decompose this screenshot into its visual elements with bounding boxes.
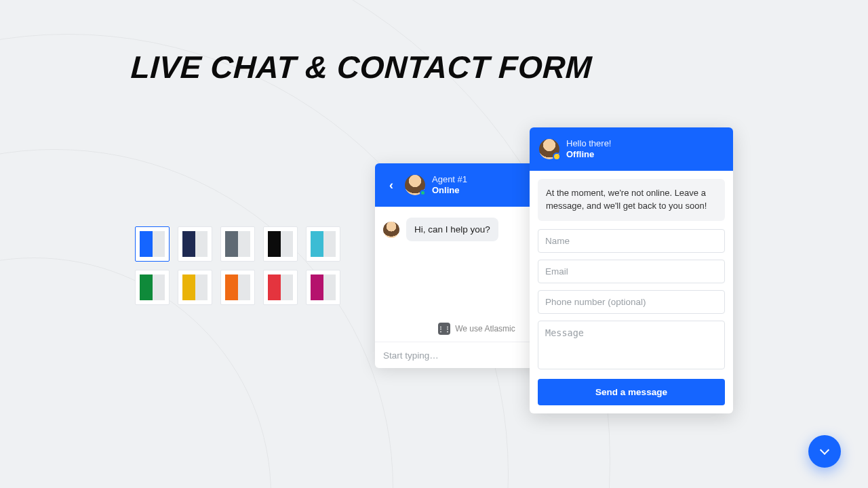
page-title: LIVE CHAT & CONTACT FORM bbox=[130, 49, 593, 85]
agent-avatar bbox=[405, 175, 425, 195]
contact-greeting: Hello there! bbox=[566, 138, 611, 149]
agent-status: Online bbox=[432, 185, 467, 196]
color-swatch[interactable] bbox=[178, 270, 212, 305]
presence-online-icon bbox=[420, 190, 426, 196]
phone-field[interactable] bbox=[538, 290, 725, 314]
email-field[interactable] bbox=[538, 260, 725, 283]
send-button[interactable]: Send a message bbox=[538, 379, 725, 405]
color-swatch[interactable] bbox=[263, 270, 298, 305]
color-swatch[interactable] bbox=[306, 270, 340, 305]
color-swatch[interactable] bbox=[178, 226, 212, 262]
color-swatch[interactable] bbox=[306, 226, 340, 262]
contact-header: ⚡ Hello there! Offline bbox=[530, 127, 733, 171]
presence-away-icon: ⚡ bbox=[553, 152, 561, 161]
contact-body: At the moment, we're not online. Leave a… bbox=[530, 171, 733, 413]
color-swatch[interactable] bbox=[263, 226, 298, 262]
name-field[interactable] bbox=[538, 229, 725, 253]
atlasmic-logo-icon: ⋮⋮ bbox=[438, 323, 450, 335]
back-icon[interactable]: ‹ bbox=[384, 178, 398, 192]
contact-avatar: ⚡ bbox=[539, 139, 559, 159]
contact-widget: ⚡ Hello there! Offline At the moment, we… bbox=[530, 127, 733, 413]
chat-toggle-fab[interactable] bbox=[808, 435, 841, 468]
message-avatar bbox=[383, 222, 399, 238]
contact-status: Offline bbox=[566, 149, 611, 160]
chat-header-text: Agent #1 Online bbox=[432, 174, 467, 197]
color-swatch[interactable] bbox=[220, 226, 255, 262]
color-swatch[interactable] bbox=[135, 226, 170, 262]
chat-message: Hi, can I help you? bbox=[406, 218, 498, 241]
agent-name: Agent #1 bbox=[432, 174, 467, 185]
color-swatch[interactable] bbox=[220, 270, 255, 305]
message-field[interactable] bbox=[538, 321, 725, 369]
color-swatch[interactable] bbox=[135, 270, 170, 305]
chevron-down-icon bbox=[820, 445, 829, 455]
color-palette bbox=[135, 226, 340, 305]
contact-header-text: Hello there! Offline bbox=[566, 138, 611, 161]
powered-by-label: We use Atlasmic bbox=[455, 324, 515, 333]
offline-notice: At the moment, we're not online. Leave a… bbox=[538, 179, 725, 221]
